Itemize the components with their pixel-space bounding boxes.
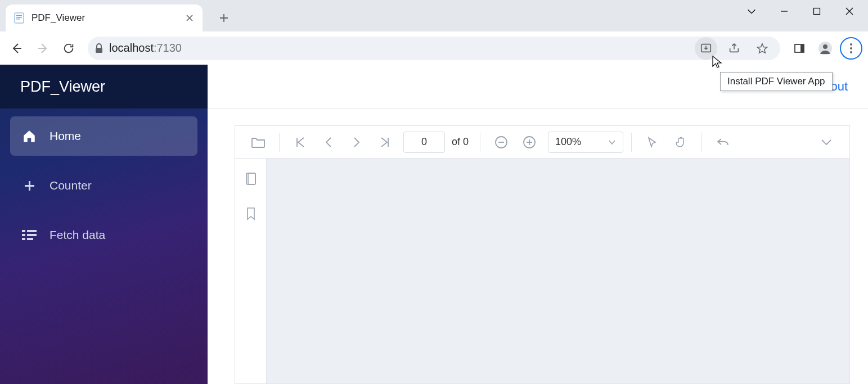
- new-tab-button[interactable]: [213, 7, 235, 29]
- next-page-button[interactable]: [344, 131, 370, 153]
- svg-point-13: [850, 51, 852, 53]
- tab-favicon: [14, 12, 25, 24]
- lock-icon: [95, 43, 104, 53]
- address-bar: localhost:7130: [0, 31, 868, 65]
- titlebar: PDF_Viewer: [0, 0, 868, 31]
- app-root: PDF_Viewer Home Counter Fetch data: [0, 65, 868, 384]
- sidebar-nav: Home Counter Fetch data: [0, 109, 208, 263]
- svg-rect-4: [814, 8, 820, 15]
- omnibox[interactable]: localhost:7130: [88, 37, 780, 60]
- sidebar: PDF_Viewer Home Counter Fetch data: [0, 65, 208, 384]
- sidebar-header: PDF_Viewer: [0, 65, 208, 109]
- back-button[interactable]: [6, 37, 28, 60]
- list-icon: [21, 227, 37, 243]
- sidebar-item-label: Fetch data: [50, 228, 105, 242]
- open-file-button[interactable]: [245, 131, 271, 153]
- svg-rect-16: [22, 234, 25, 236]
- bookmarks-button[interactable]: [242, 205, 260, 223]
- thumbnails-button[interactable]: [242, 170, 260, 188]
- svg-rect-3: [16, 19, 20, 20]
- tabs-dropdown-icon[interactable]: [735, 0, 768, 22]
- svg-rect-17: [27, 234, 37, 236]
- close-window-button[interactable]: [833, 0, 866, 22]
- sidebar-item-fetch-data[interactable]: Fetch data: [10, 215, 197, 255]
- maximize-button[interactable]: [800, 0, 833, 22]
- undo-button[interactable]: [710, 131, 736, 153]
- prev-page-button[interactable]: [316, 131, 341, 153]
- tab-close-icon[interactable]: [185, 13, 195, 23]
- separator: [631, 133, 632, 152]
- install-tooltip: Install PDF Viewer App: [720, 72, 833, 91]
- sidebar-item-label: Home: [50, 129, 81, 143]
- viewer-body: [235, 159, 849, 383]
- pdf-viewer: of 0 100%: [235, 125, 850, 384]
- main-content: About: [208, 65, 868, 384]
- svg-rect-18: [22, 238, 25, 240]
- sidebar-item-counter[interactable]: Counter: [10, 166, 197, 205]
- browser-menu-button[interactable]: [840, 37, 862, 60]
- viewer-toolbar: of 0 100%: [235, 126, 849, 159]
- separator: [279, 133, 280, 152]
- first-page-button[interactable]: [287, 131, 313, 153]
- separator: [701, 133, 702, 152]
- tab-title: PDF_Viewer: [32, 12, 178, 24]
- side-panel-button[interactable]: [788, 37, 811, 60]
- svg-rect-8: [800, 44, 804, 52]
- home-icon: [21, 128, 37, 144]
- url-port: :7130: [154, 42, 182, 54]
- reload-button[interactable]: [57, 37, 80, 60]
- mouse-cursor-icon: [712, 55, 723, 69]
- viewer-canvas[interactable]: [267, 159, 849, 383]
- sidebar-item-home[interactable]: Home: [10, 116, 197, 156]
- window-controls: [735, 0, 868, 22]
- more-options-button[interactable]: [813, 131, 839, 153]
- viewer-sidebar: [235, 159, 267, 383]
- page-number-input[interactable]: [403, 132, 445, 153]
- svg-point-11: [850, 43, 852, 46]
- svg-rect-23: [248, 173, 255, 184]
- brand-title: PDF_Viewer: [20, 78, 105, 96]
- sidebar-item-label: Counter: [50, 179, 92, 192]
- pdf-viewer-container: of 0 100%: [208, 109, 868, 384]
- separator: [480, 133, 480, 152]
- svg-point-12: [850, 47, 852, 49]
- pan-button[interactable]: [668, 131, 694, 153]
- share-button[interactable]: [723, 37, 745, 60]
- svg-rect-14: [22, 230, 25, 232]
- svg-rect-2: [16, 17, 22, 18]
- plus-icon: [21, 178, 37, 193]
- svg-rect-1: [16, 15, 22, 16]
- bookmark-button[interactable]: [751, 37, 773, 60]
- minimize-button[interactable]: [768, 0, 800, 22]
- svg-rect-0: [15, 13, 24, 23]
- svg-rect-15: [27, 230, 37, 232]
- url-host: localhost: [109, 42, 154, 54]
- svg-rect-19: [27, 238, 33, 240]
- forward-button[interactable]: [32, 37, 54, 60]
- svg-rect-5: [96, 48, 102, 53]
- chevron-down-icon: [608, 138, 616, 146]
- zoom-value: 100%: [555, 136, 581, 148]
- zoom-out-button[interactable]: [488, 131, 514, 153]
- browser-chrome: PDF_Viewer local: [0, 0, 868, 65]
- page-total-label: of 0: [452, 136, 469, 148]
- browser-tab[interactable]: PDF_Viewer: [6, 4, 203, 31]
- text-select-button[interactable]: [640, 131, 665, 153]
- url-text: localhost:7130: [109, 42, 689, 55]
- last-page-button[interactable]: [372, 131, 398, 153]
- zoom-in-button[interactable]: [516, 131, 542, 153]
- profile-button[interactable]: [814, 37, 836, 60]
- svg-point-10: [823, 44, 827, 49]
- zoom-select[interactable]: 100%: [548, 132, 623, 153]
